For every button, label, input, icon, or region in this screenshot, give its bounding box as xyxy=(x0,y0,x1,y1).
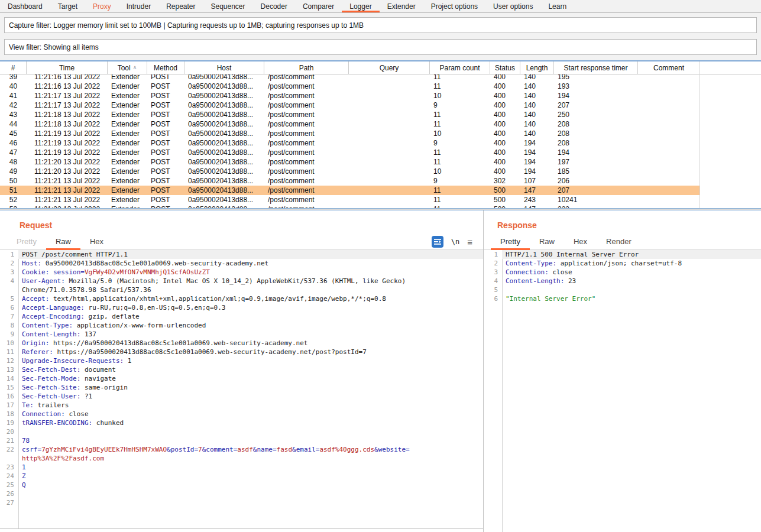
line-number: 18 xyxy=(0,410,14,419)
response-tab-render[interactable]: Render xyxy=(597,234,641,250)
column-header-label: # xyxy=(11,64,15,72)
table-row[interactable]: 4811:21:20 13 Jul 2022ExtenderPOST0a9500… xyxy=(0,157,761,167)
column-header-param-count[interactable]: Param count xyxy=(430,61,490,74)
line-text: csrf=7gYzhMCiFvi4gBEyUEEk7HmHSHM7xWAO&po… xyxy=(18,445,483,454)
line-number: 19 xyxy=(0,419,14,427)
cell-query xyxy=(349,195,430,205)
cell-blank: 53 xyxy=(0,205,27,208)
line-text xyxy=(18,427,483,436)
cell-blank: 43 xyxy=(0,110,27,119)
cell-status: 400 xyxy=(490,148,520,157)
table-row[interactable]: 5111:21:21 13 Jul 2022ExtenderPOST0a9500… xyxy=(0,186,761,195)
line-number: 27 xyxy=(0,498,14,507)
line-text: Content-Type: application/json; charset=… xyxy=(502,259,761,268)
line-number: 17 xyxy=(0,401,14,410)
cell-blank: 49 xyxy=(0,167,27,176)
column-header-method[interactable]: Method xyxy=(147,61,184,74)
cell-query xyxy=(349,82,430,91)
table-row[interactable]: 5311:21:22 13 Jul 2022ExtenderPOST0a9500… xyxy=(0,205,761,208)
cell-start-response-timer: 195 xyxy=(554,74,638,82)
line-text: "Internal Server Error" xyxy=(502,294,761,303)
menu-tab-dashboard[interactable]: Dashboard xyxy=(0,0,50,12)
line-text xyxy=(18,489,483,498)
cell-comment xyxy=(638,186,700,195)
cell-param-count: 11 xyxy=(430,157,490,167)
cell-start-response-timer: 207 xyxy=(554,100,638,110)
response-tab-raw[interactable]: Raw xyxy=(530,234,564,250)
cell-status: 400 xyxy=(490,110,520,119)
table-row[interactable]: 4011:21:16 13 Jul 2022ExtenderPOST0a9500… xyxy=(0,82,761,91)
menu-tab-repeater[interactable]: Repeater xyxy=(158,0,203,12)
column-header-host[interactable]: Host xyxy=(184,61,264,74)
column-header-comment[interactable]: Comment xyxy=(638,61,700,74)
cell-tool: Extender xyxy=(108,91,147,100)
menu-tab-learn[interactable]: Learn xyxy=(540,0,574,12)
table-row[interactable]: 3911:21:16 13 Jul 2022ExtenderPOST0a9500… xyxy=(0,74,761,82)
cell-tool: Extender xyxy=(108,119,147,129)
column-header-blank[interactable]: # xyxy=(0,61,27,74)
cell-host: 0a9500020413d88... xyxy=(184,157,264,167)
editor-menu-icon[interactable]: ≡ xyxy=(467,237,472,247)
view-filter-bar[interactable]: View filter: Showing all items xyxy=(4,39,757,55)
table-row[interactable]: 4311:21:18 13 Jul 2022ExtenderPOST0a9500… xyxy=(0,110,761,119)
request-editor[interactable]: 1POST /post/comment HTTP/1.12Host: 0a950… xyxy=(0,250,483,529)
cell-method: POST xyxy=(147,74,184,82)
request-tab-hex[interactable]: Hex xyxy=(80,234,113,250)
response-editor[interactable]: 1HTTP/1.1 500 Internal Server Error2Cont… xyxy=(484,250,761,532)
cell-length: 243 xyxy=(520,195,554,205)
newline-toggle-icon[interactable]: \n xyxy=(451,238,459,246)
request-editor-line: Chrome/71.0.3578.98 Safari/537.36 xyxy=(0,286,483,294)
menu-tab-target[interactable]: Target xyxy=(50,0,85,12)
menu-tab-user-options[interactable]: User options xyxy=(485,0,540,12)
table-row[interactable]: 4111:21:17 13 Jul 2022ExtenderPOST0a9500… xyxy=(0,91,761,100)
menu-tab-sequencer[interactable]: Sequencer xyxy=(203,0,253,12)
column-header-start-response-timer[interactable]: Start response timer xyxy=(554,61,638,74)
response-tab-pretty[interactable]: Pretty xyxy=(491,234,530,250)
capture-filter-bar[interactable]: Capture filter: Logger memory limit set … xyxy=(4,17,757,33)
pretty-format-icon[interactable] xyxy=(432,236,443,248)
response-title: Response xyxy=(497,220,537,230)
column-header-label: Query xyxy=(380,64,399,72)
column-header-length[interactable]: Length xyxy=(520,61,554,74)
table-row[interactable]: 5211:21:21 13 Jul 2022ExtenderPOST0a9500… xyxy=(0,195,761,205)
cell-blank: 41 xyxy=(0,91,27,100)
cell-param-count: 9 xyxy=(430,100,490,110)
menu-tab-logger[interactable]: Logger xyxy=(342,0,379,12)
table-row[interactable]: 4911:21:20 13 Jul 2022ExtenderPOST0a9500… xyxy=(0,167,761,176)
table-row[interactable]: 5011:21:21 13 Jul 2022ExtenderPOST0a9500… xyxy=(0,176,761,186)
menu-tab-decoder[interactable]: Decoder xyxy=(253,0,295,12)
column-header-status[interactable]: Status xyxy=(490,61,520,74)
cell-blank: 39 xyxy=(0,74,27,82)
request-tab-pretty[interactable]: Pretty xyxy=(7,234,46,250)
table-row[interactable]: 4211:21:17 13 Jul 2022ExtenderPOST0a9500… xyxy=(0,100,761,110)
request-tab-raw[interactable]: Raw xyxy=(46,234,80,250)
column-header-label: Host xyxy=(217,64,232,72)
column-header-path[interactable]: Path xyxy=(264,61,349,74)
line-text: 1 xyxy=(18,463,483,472)
table-row[interactable]: 4711:21:19 13 Jul 2022ExtenderPOST0a9500… xyxy=(0,148,761,157)
line-number: 12 xyxy=(0,356,14,365)
request-title: Request xyxy=(20,220,52,230)
table-row[interactable]: 4411:21:18 13 Jul 2022ExtenderPOST0a9500… xyxy=(0,119,761,129)
table-row[interactable]: 4611:21:19 13 Jul 2022ExtenderPOST0a9500… xyxy=(0,138,761,148)
cell-host: 0a9500020413d88... xyxy=(184,138,264,148)
line-text: Content-Length: 137 xyxy=(18,330,483,339)
table-row[interactable]: 4511:21:19 13 Jul 2022ExtenderPOST0a9500… xyxy=(0,129,761,138)
cell-host: 0a9500020413d88... xyxy=(184,148,264,157)
request-tab-bar: PrettyRawHex xyxy=(0,234,483,250)
menu-tab-proxy[interactable]: Proxy xyxy=(85,0,119,12)
menu-tab-intruder[interactable]: Intruder xyxy=(119,0,158,12)
menu-tab-comparer[interactable]: Comparer xyxy=(295,0,342,12)
response-tab-hex[interactable]: Hex xyxy=(564,234,597,250)
menu-tab-project-options[interactable]: Project options xyxy=(423,0,485,12)
column-header-time[interactable]: Time xyxy=(27,61,108,74)
cell-status: 500 xyxy=(490,205,520,208)
cell-method: POST xyxy=(147,110,184,119)
response-panel: Response PrettyRawHexRender 1HTTP/1.1 50… xyxy=(484,210,761,532)
menu-tab-extender[interactable]: Extender xyxy=(380,0,423,12)
cell-status: 400 xyxy=(490,119,520,129)
column-header-tool[interactable]: Tool∧ xyxy=(108,61,147,74)
column-header-query[interactable]: Query xyxy=(349,61,430,74)
request-editor-line: 5Accept: text/html,application/xhtml+xml… xyxy=(0,294,483,303)
cell-host: 0a9500020413d88... xyxy=(184,167,264,176)
